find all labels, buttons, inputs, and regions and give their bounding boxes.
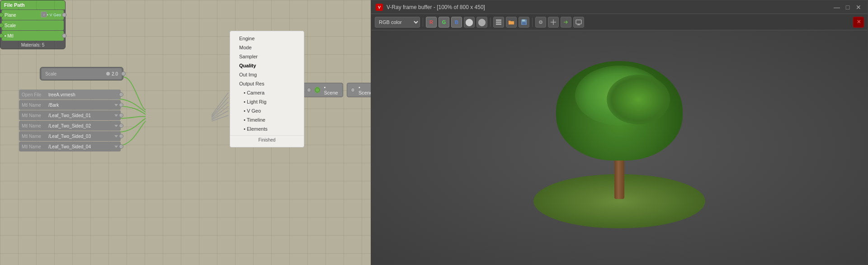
dropdown-icon-5 — [114, 146, 118, 148]
color-mode-select[interactable]: RGB colorAlphaLuminance — [375, 17, 420, 28]
gray-circle-button[interactable]: ⬤ — [476, 17, 487, 28]
menu-item-camera[interactable]: • Camera — [230, 88, 304, 97]
abort-button[interactable]: ✕ — [853, 17, 864, 28]
menu-item-engine[interactable]: Engine — [230, 34, 304, 43]
menu-footer-finished: Finished — [230, 135, 304, 144]
mtl-name-row-2: Mtl Name /Leaf_Two_Sided_01 — [19, 110, 121, 120]
svg-rect-8 — [522, 22, 526, 24]
menu-item-lightrig[interactable]: • Light Rig — [230, 97, 304, 106]
fp-mtl-label: • Mtl — [5, 33, 61, 38]
mtl-val-2: /Leaf_Two_Sided_01 — [48, 113, 113, 118]
mtl-val-5: /Leaf_Two_Sided_04 — [48, 144, 113, 149]
menu-item-timeline[interactable]: • Timeline — [230, 115, 304, 124]
scene-input-label: • Scene — [324, 85, 339, 95]
toolbar-sep-2 — [490, 18, 491, 27]
channel-r-button[interactable]: R — [426, 17, 437, 28]
tree-canopy — [556, 61, 683, 161]
dropdown-icon-3 — [114, 125, 118, 127]
plane-in-socket — [0, 13, 4, 17]
popup-menu: Engine Mode Sampler Quality Out Img Outp… — [230, 31, 304, 147]
close-button[interactable]: ✕ — [854, 3, 863, 12]
folder-button[interactable] — [506, 17, 517, 28]
scale-output-socket — [121, 71, 126, 76]
maximize-button[interactable]: □ — [843, 3, 852, 12]
scene-output-box: • Scene ⊞ — [347, 83, 371, 97]
menu-item-sampler[interactable]: Sampler — [230, 52, 304, 61]
arrow-button[interactable] — [561, 17, 571, 28]
mtl-val-1: /Bark — [48, 103, 113, 108]
file-nodes-group: Open File treeA.vrmesh Mtl Name /Bark Mt… — [19, 89, 121, 152]
scale-value: 2.0 — [112, 71, 118, 76]
svg-text:V: V — [42, 13, 45, 16]
node-editor: Scale 2.0 Open File treeA.vrmesh Mtl Nam… — [0, 0, 371, 265]
channel-g-button[interactable]: G — [439, 17, 449, 28]
scale-row: Scale 2.0 — [42, 68, 122, 79]
menu-item-quality[interactable]: Quality — [230, 61, 304, 70]
plane-icon: V — [41, 11, 47, 18]
minimize-button[interactable]: — — [832, 3, 841, 12]
fp-scale-label: Scale — [5, 23, 61, 28]
mtl-socket-2 — [119, 113, 123, 118]
dropdown-icon-4 — [114, 135, 118, 137]
mtl-in-socket — [0, 33, 4, 38]
scale-label: Scale — [45, 71, 57, 76]
scene-in-socket — [307, 88, 311, 92]
scene-output-label: • Scene — [359, 85, 371, 95]
vray-frame-buffer: V V-Ray frame buffer - [100% of 800 x 45… — [371, 0, 868, 265]
scale-node: Scale 2.0 — [40, 67, 123, 80]
settings-button[interactable] — [535, 17, 546, 28]
svg-rect-7 — [522, 19, 525, 21]
vray-app-icon: V — [376, 4, 383, 11]
open-file-socket — [119, 92, 123, 97]
svg-point-10 — [540, 22, 541, 23]
channel-b-button[interactable]: B — [451, 17, 462, 28]
vray-render-canvas — [371, 30, 868, 265]
svg-rect-5 — [496, 24, 501, 25]
save-button[interactable] — [519, 17, 529, 28]
scale-icon — [106, 72, 110, 76]
fp-vgeo-tag: • V Geo — [47, 13, 61, 17]
mtl-out-socket — [62, 33, 66, 38]
open-file-label: Open File — [22, 92, 47, 97]
svg-rect-3 — [496, 19, 501, 21]
scale-in-socket — [0, 23, 4, 28]
menu-item-mode[interactable]: Mode — [230, 43, 304, 52]
filepath-header: File Path — [0, 0, 65, 9]
vray-titlebar: V V-Ray frame buffer - [100% of 800 x 45… — [371, 0, 868, 14]
mtl-socket-4 — [119, 134, 123, 138]
svg-rect-13 — [576, 20, 581, 24]
materials-count: Materials: 5 — [0, 41, 65, 49]
mtl-val-4: /Leaf_Two_Sided_03 — [48, 134, 113, 139]
scene-node: • Scene • Scene ⊞ — [303, 83, 371, 97]
toolbar-sep-1 — [423, 18, 423, 27]
vgeo-out-socket — [62, 13, 66, 17]
open-file-value: treeA.vrmesh — [48, 92, 118, 97]
fp-row-scale: Scale — [2, 20, 64, 30]
menu-item-vgeo[interactable]: • V Geo — [230, 106, 304, 115]
mtl-val-3: /Leaf_Two_Sided_02 — [48, 123, 113, 128]
scene-input-group: • Scene — [303, 83, 343, 97]
vray-title: V-Ray frame buffer - [100% of 800 x 450] — [387, 4, 830, 10]
dropdown-icon-1 — [114, 104, 118, 106]
mtl-label-5: Mtl Name — [22, 144, 47, 149]
mtl-name-row-3: Mtl Name /Leaf_Two_Sided_02 — [19, 121, 121, 131]
scene-output-group: • Scene ⊞ — [347, 83, 371, 97]
white-circle-button[interactable]: ⬤ — [464, 17, 475, 28]
open-file-row: Open File treeA.vrmesh — [19, 90, 121, 99]
layers-button[interactable] — [493, 17, 504, 28]
menu-item-outimg[interactable]: Out Img — [230, 70, 304, 79]
fp-row-mtl: • Mtl — [2, 31, 64, 41]
mtl-name-row-4: Mtl Name /Leaf_Two_Sided_03 — [19, 131, 121, 141]
menu-item-elements[interactable]: • Elements — [230, 124, 304, 133]
tree-scene — [371, 30, 868, 265]
display-button[interactable] — [573, 17, 584, 28]
toolbar-sep-3 — [532, 18, 533, 27]
scene-input-box: • Scene — [303, 83, 343, 97]
mtl-socket-1 — [119, 103, 123, 107]
menu-item-outputres[interactable]: Output Res — [230, 79, 304, 88]
mtl-label-4: Mtl Name — [22, 134, 47, 139]
mtl-label-2: Mtl Name — [22, 113, 47, 118]
fp-plane-label: Plane — [5, 13, 39, 18]
fp-row-plane: Plane V • V Geo — [2, 10, 64, 20]
crosshair-button[interactable] — [548, 17, 559, 28]
